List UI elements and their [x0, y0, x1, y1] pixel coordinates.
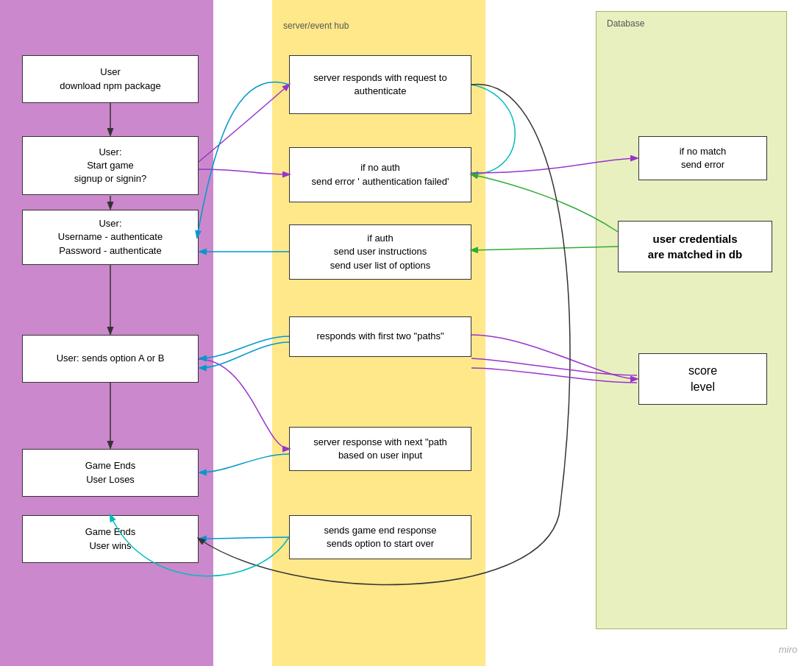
if-no-match-box: if no match send error [638, 136, 767, 180]
if-auth-box: if auth send user instructions send user… [289, 224, 471, 280]
responds-paths-box: responds with first two "paths" [289, 316, 471, 357]
game-ends-loses-box: Game Ends User Loses [22, 449, 199, 497]
user-auth-box: User: Username - authenticate Password -… [22, 210, 199, 265]
user-start-box: User: Start game signup or signin? [22, 136, 199, 195]
user-download-box: User download npm package [22, 55, 199, 103]
user-option-box: User: sends option A or B [22, 335, 199, 383]
green-zone [596, 11, 787, 629]
miro-label: miro [779, 644, 797, 655]
yellow-zone-label: server/event hub [283, 21, 349, 31]
green-zone-label: Database [607, 18, 644, 29]
score-level-box: score level [638, 353, 767, 405]
user-credentials-box: user credentials are matched in db [618, 221, 772, 272]
server-authenticate-box: server responds with request to authenti… [289, 55, 471, 114]
server-next-path-box: server response with next "path based on… [289, 427, 471, 471]
game-ends-wins-box: Game Ends User wins [22, 515, 199, 563]
if-no-auth-box: if no auth send error ' authentication f… [289, 147, 471, 202]
sends-game-end-box: sends game end response sends option to … [289, 515, 471, 559]
